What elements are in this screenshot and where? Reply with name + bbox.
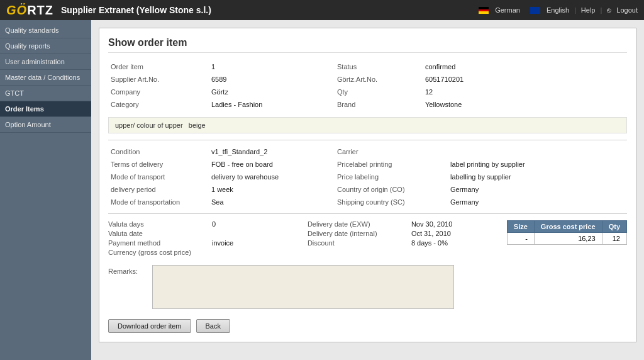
remarks-label: Remarks: bbox=[108, 265, 146, 275]
help-link[interactable]: Help bbox=[581, 6, 596, 14]
main-content: Show order item Order item 1 Status conf… bbox=[91, 20, 644, 360]
sidebar-item-user-administration[interactable]: User administration bbox=[0, 54, 91, 70]
sidebar-item-gtct[interactable]: GTCT bbox=[0, 86, 91, 101]
discount-value: 8 days - 0% bbox=[411, 239, 494, 247]
shipping-country-value: Germany bbox=[448, 197, 627, 207]
size-table-container: Size Gross cost price Qty -16,2312 bbox=[507, 220, 627, 256]
terms-label: Terms of delivery bbox=[108, 159, 209, 169]
sidebar-item-order-items[interactable]: Order Items bbox=[0, 101, 91, 117]
logo: GÖRTZ bbox=[6, 3, 53, 18]
gross_cost_price-cell: 16,23 bbox=[534, 233, 602, 245]
size-cell: - bbox=[507, 233, 534, 245]
table-row: -16,2312 bbox=[507, 233, 626, 245]
brand-value: Yellowstone bbox=[423, 99, 548, 110]
carrier-value bbox=[448, 147, 627, 157]
sidebar-item-quality-standards[interactable]: Quality standards bbox=[0, 23, 91, 38]
payment-method-value: invoice bbox=[212, 239, 295, 247]
goertz-art-no-label: Görtz.Art.No. bbox=[335, 74, 423, 84]
valuta-date-label: Valuta date bbox=[108, 230, 212, 237]
mode-transportation-value: Sea bbox=[209, 197, 335, 207]
order-item-value: 1 bbox=[209, 62, 335, 72]
status-label: Status bbox=[335, 62, 423, 72]
delivery-exw-value: Nov 30, 2010 bbox=[411, 220, 494, 228]
valuta-days-label: Valuta days bbox=[108, 220, 212, 228]
app-header: GÖRTZ Supplier Extranet (Yellow Stone s.… bbox=[0, 0, 644, 20]
colour-value: beige bbox=[189, 121, 206, 129]
category-label: Category bbox=[108, 99, 209, 110]
delivery-internal-label: Delivery date (internal) bbox=[308, 230, 411, 237]
separator2: | bbox=[574, 6, 576, 14]
lang-english-link[interactable]: English bbox=[547, 6, 569, 14]
condition-label: Condition bbox=[108, 147, 209, 157]
currency-value bbox=[212, 249, 295, 256]
logout-link[interactable]: Logout bbox=[616, 6, 638, 14]
shipping-country-label: Shipping country (SC) bbox=[335, 197, 448, 207]
order-item-label: Order item bbox=[108, 62, 209, 72]
currency-label: Currency (gross cost price) bbox=[108, 249, 212, 256]
gross-cost-price-header: Gross cost price bbox=[534, 221, 602, 233]
payment-and-table-section: Valuta days 0 Valuta date Payment method… bbox=[108, 220, 627, 256]
colour-row: upper/ colour of upper beige bbox=[108, 117, 627, 133]
logout-icon: ⎋ bbox=[607, 6, 611, 14]
delivery-period-value: 1 week bbox=[209, 184, 335, 194]
delivery-period-label: delivery period bbox=[108, 184, 209, 194]
delivery-exw-label: Delivery date (EXW) bbox=[308, 220, 411, 228]
lang-german-link[interactable]: German bbox=[495, 6, 520, 14]
size-header: Size bbox=[507, 221, 534, 233]
mode-transportation-label: Mode of transportation bbox=[108, 197, 209, 207]
back-button[interactable]: Back bbox=[196, 319, 230, 333]
valuta-date-value bbox=[212, 230, 295, 237]
price-labeling-value: labelling by supplier bbox=[448, 172, 627, 182]
payment-grid: Valuta days 0 Valuta date Payment method… bbox=[108, 220, 295, 256]
remarks-textarea[interactable] bbox=[152, 265, 454, 309]
price-labeling-label: Price labeling bbox=[335, 172, 448, 182]
transport-value: delivery to warehouse bbox=[209, 172, 335, 182]
separator3: | bbox=[600, 6, 602, 14]
terms-value: FOB - free on board bbox=[209, 159, 335, 169]
company-label: Company bbox=[108, 87, 209, 97]
download-button[interactable]: Download order item bbox=[108, 319, 191, 333]
section-divider-2 bbox=[108, 213, 627, 214]
qty-value: 12 bbox=[423, 87, 548, 97]
pricelabel-value: label printing by supplier bbox=[448, 159, 627, 169]
condition-grid: Condition v1_tfi_Standard_2 Carrier Term… bbox=[108, 147, 627, 207]
country-origin-value: Germany bbox=[448, 184, 627, 194]
size-table: Size Gross cost price Qty -16,2312 bbox=[507, 220, 627, 245]
sidebar-item-quality-reports[interactable]: Quality reports bbox=[0, 38, 91, 54]
discount-label: Discount bbox=[308, 239, 411, 247]
colour-label: upper/ colour of upper bbox=[115, 121, 183, 129]
sidebar-item-option-amount[interactable]: Option Amount bbox=[0, 117, 91, 133]
qty-label: Qty bbox=[335, 87, 423, 97]
carrier-label: Carrier bbox=[335, 147, 448, 157]
payment-section: Valuta days 0 Valuta date Payment method… bbox=[108, 220, 295, 256]
delivery-section: Delivery date (EXW) Nov 30, 2010 Deliver… bbox=[308, 220, 494, 256]
supplier-art-no-value: 6589 bbox=[209, 74, 335, 84]
pricelabel-label: Pricelabel printing bbox=[335, 159, 448, 169]
country-origin-label: Country of origin (CO) bbox=[335, 184, 448, 194]
sidebar-item-master-data[interactable]: Master data / Conditions bbox=[0, 70, 91, 86]
header-links: German English | Help | ⎋ Logout bbox=[479, 6, 638, 14]
remarks-section: Remarks: bbox=[108, 265, 627, 309]
page-title: Show order item bbox=[108, 37, 627, 53]
goertz-art-no-value: 6051710201 bbox=[423, 74, 548, 84]
condition-value: v1_tfi_Standard_2 bbox=[209, 147, 335, 157]
payment-method-label: Payment method bbox=[108, 239, 212, 247]
top-info-grid: Order item 1 Status confirmed Supplier A… bbox=[108, 62, 627, 110]
qty-header: Qty bbox=[602, 221, 626, 233]
flag-en-icon bbox=[530, 7, 540, 14]
section-divider-1 bbox=[108, 140, 627, 140]
valuta-days-value: 0 bbox=[212, 220, 295, 228]
delivery-grid: Delivery date (EXW) Nov 30, 2010 Deliver… bbox=[308, 220, 494, 247]
delivery-internal-value: Oct 31, 2010 bbox=[411, 230, 494, 237]
supplier-art-no-label: Supplier Art.No. bbox=[108, 74, 209, 84]
content-box: Show order item Order item 1 Status conf… bbox=[99, 28, 636, 342]
flag-de-icon bbox=[479, 7, 489, 14]
main-layout: Quality standards Quality reports User a… bbox=[0, 20, 644, 360]
category-value: Ladies - Fashion bbox=[209, 99, 335, 110]
qty-cell: 12 bbox=[602, 233, 626, 245]
sidebar: Quality standards Quality reports User a… bbox=[0, 20, 91, 360]
brand-label: Brand bbox=[335, 99, 423, 110]
company-value: Görtz bbox=[209, 87, 335, 97]
transport-label: Mode of transport bbox=[108, 172, 209, 182]
app-title: Supplier Extranet (Yellow Stone s.l.) bbox=[61, 5, 479, 15]
